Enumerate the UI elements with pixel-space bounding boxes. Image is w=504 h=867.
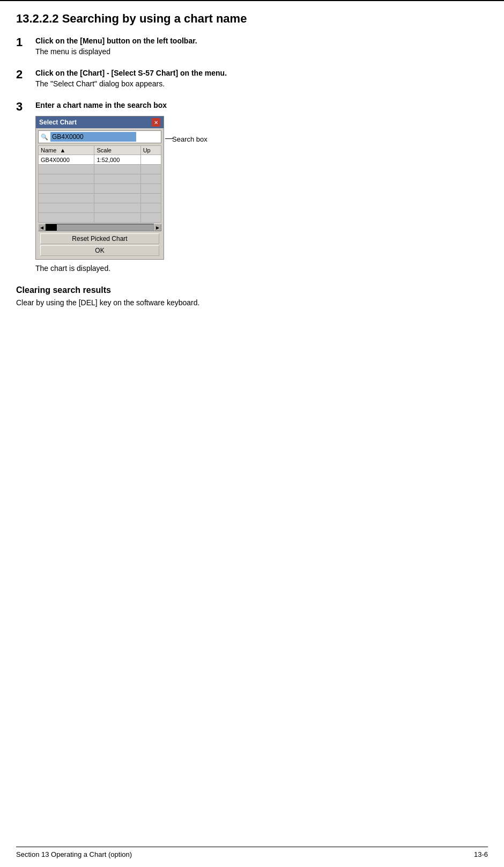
cell-up bbox=[140, 165, 161, 174]
footer-page-number: 13-6 bbox=[474, 850, 488, 858]
step-2-content: Click on the [Chart] - [Select S-57 Char… bbox=[35, 69, 488, 91]
clearing-section-text: Clear by using the [DEL] key on the soft… bbox=[16, 298, 488, 307]
clearing-section-heading: Clearing search results bbox=[16, 285, 488, 295]
table-row[interactable] bbox=[39, 184, 161, 194]
section-heading: 13.2.2.2 Searching by using a chart name bbox=[16, 12, 488, 26]
scroll-left-button[interactable]: ◀ bbox=[38, 224, 46, 231]
select-chart-dialog: Select Chart ✕ 🔍 Name ▲ Scale bbox=[35, 116, 164, 260]
step-2-instruction: Click on the [Chart] - [Select S-57 Char… bbox=[35, 69, 488, 77]
step-2-block: 2 Click on the [Chart] - [Select S-57 Ch… bbox=[16, 69, 488, 91]
search-box-label: Search box bbox=[172, 135, 207, 143]
dialog-search-row: 🔍 bbox=[38, 130, 161, 143]
col-up-header: Up bbox=[140, 146, 161, 155]
scroll-right-button[interactable]: ▶ bbox=[154, 224, 161, 231]
table-row[interactable] bbox=[39, 165, 161, 174]
step-2-description: The "Select Chart" dialog box appears. bbox=[35, 79, 488, 88]
footer-section-label: Section 13 Operating a Chart (option) bbox=[16, 850, 132, 858]
cell-name bbox=[39, 203, 94, 213]
dialog-screenshot-container: Select Chart ✕ 🔍 Name ▲ Scale bbox=[35, 116, 164, 260]
cell-scale bbox=[94, 184, 140, 194]
cell-up bbox=[140, 194, 161, 203]
cell-scale bbox=[94, 194, 140, 203]
dialog-titlebar: Select Chart ✕ bbox=[36, 116, 164, 128]
step-3-content: Enter a chart name in the search box Sel… bbox=[35, 101, 488, 273]
cell-scale bbox=[94, 213, 140, 223]
cell-up bbox=[140, 184, 161, 194]
step-3-instruction: Enter a chart name in the search box bbox=[35, 101, 488, 109]
step-1-instruction: Click on the [Menu] button on the left t… bbox=[35, 36, 488, 45]
dialog-title: Select Chart bbox=[39, 119, 77, 126]
step-1-number: 1 bbox=[16, 35, 35, 49]
table-header-row: Name ▲ Scale Up bbox=[39, 146, 161, 155]
cell-name bbox=[39, 165, 94, 174]
scroll-thumb bbox=[46, 224, 57, 231]
horizontal-scrollbar[interactable]: ◀ ▶ bbox=[38, 224, 161, 231]
table-row[interactable] bbox=[39, 194, 161, 203]
chart-table: Name ▲ Scale Up GB4X0000 1:52,000 bbox=[38, 145, 161, 223]
cell-up bbox=[140, 213, 161, 223]
col-scale-header: Scale bbox=[94, 146, 140, 155]
cell-name: GB4X0000 bbox=[39, 155, 94, 165]
cell-up bbox=[140, 155, 161, 165]
cell-name bbox=[39, 184, 94, 194]
reset-picked-chart-button[interactable]: Reset Picked Chart bbox=[40, 233, 159, 244]
table-row[interactable] bbox=[39, 174, 161, 184]
step-1-description: The menu is displayed bbox=[35, 47, 488, 56]
clearing-section: Clearing search results Clear by using t… bbox=[16, 285, 488, 307]
cell-name bbox=[39, 213, 94, 223]
scroll-track[interactable] bbox=[46, 224, 154, 231]
chart-search-input[interactable] bbox=[50, 132, 136, 142]
table-row[interactable] bbox=[39, 213, 161, 223]
col-name-header: Name ▲ bbox=[39, 146, 94, 155]
page-footer: Section 13 Operating a Chart (option) 13… bbox=[16, 847, 488, 858]
table-row[interactable]: GB4X0000 1:52,000 bbox=[39, 155, 161, 165]
cell-name bbox=[39, 174, 94, 184]
step-1-content: Click on the [Menu] button on the left t… bbox=[35, 36, 488, 59]
cell-scale bbox=[94, 203, 140, 213]
cell-up bbox=[140, 203, 161, 213]
search-icon: 🔍 bbox=[41, 134, 48, 141]
dialog-close-button[interactable]: ✕ bbox=[152, 118, 160, 127]
step-3-block: 3 Enter a chart name in the search box S… bbox=[16, 101, 488, 273]
cell-scale bbox=[94, 165, 140, 174]
cell-up bbox=[140, 174, 161, 184]
cell-scale bbox=[94, 174, 140, 184]
step-2-number: 2 bbox=[16, 68, 35, 82]
cell-scale: 1:52,000 bbox=[94, 155, 140, 165]
table-row[interactable] bbox=[39, 203, 161, 213]
cell-name bbox=[39, 194, 94, 203]
step-3-footer: The chart is displayed. bbox=[35, 264, 488, 273]
step-3-number: 3 bbox=[16, 100, 35, 114]
step-1-block: 1 Click on the [Menu] button on the left… bbox=[16, 36, 488, 59]
ok-button[interactable]: OK bbox=[40, 245, 159, 256]
